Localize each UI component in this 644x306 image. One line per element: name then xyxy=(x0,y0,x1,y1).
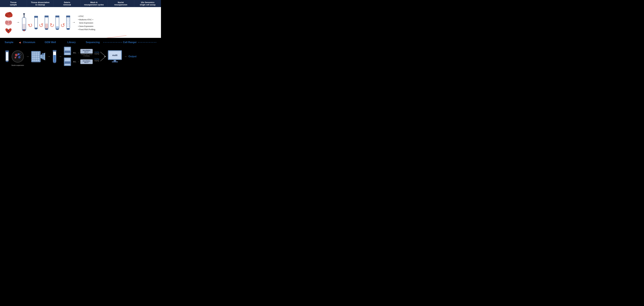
svg-point-67 xyxy=(6,59,7,59)
bcl-top-label: BCL xyxy=(73,52,77,54)
nuclei-suspension-label: Nuclei suspension xyxy=(11,64,25,66)
nuclei-circle-icon xyxy=(11,50,25,63)
demux-note: *mkfastq, BCL convertor bcl2fastq xyxy=(80,54,93,57)
svg-point-1 xyxy=(5,14,8,17)
monitor-icon: multi xyxy=(107,50,122,63)
pipeline-step-labels: Chromium GEM Well Library Sequencing Cel… xyxy=(18,41,156,44)
bcl-bottom-label: BCL xyxy=(73,61,77,63)
header-wash: Wash &resuspension cycles xyxy=(81,0,108,7)
fastq-bottom-bold: FASTQ xyxy=(94,58,99,60)
assay-list: • ATAC • Multiome ATAC + Gene Expression… xyxy=(76,15,95,31)
svg-point-61 xyxy=(6,56,7,57)
svg-rect-112 xyxy=(64,62,70,63)
tissue-col xyxy=(2,11,16,35)
svg-point-98 xyxy=(42,53,44,55)
svg-rect-21 xyxy=(45,23,48,29)
fastq-group: FASTQ FASTQ FASTQ FASTQ xyxy=(94,51,99,62)
svg-point-95 xyxy=(36,60,38,61)
svg-point-72 xyxy=(15,54,18,56)
svg-point-33 xyxy=(68,19,68,20)
svg-point-124 xyxy=(114,60,115,61)
header-bar: Tissuesample Tissue dissociation& cleanu… xyxy=(0,0,161,7)
svg-rect-7 xyxy=(8,30,8,32)
svg-point-81 xyxy=(32,54,34,56)
sequencers-group xyxy=(63,46,72,66)
svg-point-56 xyxy=(7,53,8,54)
curved-arrow-3: ↺ xyxy=(50,22,54,29)
svg-rect-19 xyxy=(44,15,48,17)
svg-point-36 xyxy=(68,21,68,22)
cell-ranger-label: Cell Ranger xyxy=(122,41,138,44)
assay-fixed-rna: • Fixed RNA Profiling xyxy=(78,28,95,31)
svg-point-45 xyxy=(68,26,68,26)
workflow-area: → ↺ xyxy=(0,7,161,38)
svg-point-65 xyxy=(7,57,8,58)
back-arrow-icon: ◀ xyxy=(19,41,21,44)
fastq-bottom-normal: FASTQ xyxy=(94,60,99,62)
curved-arrow-1: ↺ xyxy=(27,21,34,29)
brain-icon xyxy=(4,19,13,26)
svg-point-83 xyxy=(36,54,38,56)
bcl-bottom-row: BCL → demultiplexBCLs* xyxy=(73,59,93,64)
header-nuclei: Nucleiresuspension xyxy=(108,0,134,7)
curved-arrow-2: ↺ xyxy=(39,22,44,29)
bcl-top-row: BCL → demultiplexBCLs* *mkfastq, BCL con… xyxy=(73,49,93,57)
fastq-bottom: FASTQ FASTQ xyxy=(94,58,99,62)
nuclei-circle: Nuclei suspension xyxy=(11,50,25,63)
fastq-top: FASTQ FASTQ xyxy=(94,51,99,55)
assay-atac: • ATAC xyxy=(78,15,95,18)
header-debris-removal: Debrisremoval xyxy=(54,0,80,7)
svg-rect-102 xyxy=(53,50,56,52)
nuclei-tube-group xyxy=(65,14,71,32)
syringe-icon xyxy=(21,13,28,33)
svg-point-85 xyxy=(32,56,34,57)
svg-point-69 xyxy=(8,59,8,59)
svg-point-90 xyxy=(34,58,36,59)
flow-arrow-3: → xyxy=(58,55,62,58)
svg-point-93 xyxy=(32,60,34,61)
svg-rect-107 xyxy=(64,51,70,52)
flow-arrow-2: → xyxy=(47,55,51,58)
header-10x: 10x Genomicssingle cell assay xyxy=(134,0,161,7)
pipeline-flow: Nuclei suspension → xyxy=(5,46,156,66)
svg-point-52 xyxy=(6,53,7,53)
curved-arrow-4: ↺ xyxy=(60,22,65,29)
svg-point-6 xyxy=(9,20,12,24)
dashed-left xyxy=(103,42,122,42)
svg-point-77 xyxy=(32,52,34,54)
bottom-section: Sample ◀ Chromium GEM Well Library Seque… xyxy=(0,38,161,70)
top-container: Tissuesample Tissue dissociation& cleanu… xyxy=(0,0,161,70)
demux-top-box: demultiplexBCLs* xyxy=(80,49,93,54)
nuclei-tube-small-icon xyxy=(5,50,10,63)
svg-point-59 xyxy=(7,55,8,55)
svg-rect-123 xyxy=(112,61,118,62)
svg-point-54 xyxy=(8,53,8,53)
liver-icon xyxy=(4,11,13,19)
assay-multiome: • Multiome ATAC + Gene Expression xyxy=(78,18,95,25)
svg-point-35 xyxy=(67,22,68,22)
wash-tube-group xyxy=(54,14,60,32)
cell-ranger-container: Cell Ranger xyxy=(103,41,156,44)
sequencer-top-icon xyxy=(63,46,72,56)
svg-point-3 xyxy=(10,14,12,17)
svg-point-91 xyxy=(36,58,38,59)
svg-point-96 xyxy=(38,60,39,61)
svg-point-86 xyxy=(34,56,36,57)
svg-point-31 xyxy=(69,19,70,19)
svg-point-78 xyxy=(34,52,36,54)
bcl-bottom-arrow: → xyxy=(78,60,80,63)
output-label: Output xyxy=(128,55,136,58)
svg-rect-26 xyxy=(66,16,70,29)
svg-point-87 xyxy=(36,56,38,57)
dissociation-group: ↺ xyxy=(21,13,39,33)
svg-point-32 xyxy=(67,20,68,21)
debris-tube-icon xyxy=(44,14,50,32)
svg-point-89 xyxy=(32,58,34,59)
svg-point-66 xyxy=(8,58,8,58)
svg-point-38 xyxy=(67,23,68,24)
svg-point-28 xyxy=(66,28,70,30)
svg-point-40 xyxy=(69,23,70,24)
svg-point-84 xyxy=(38,54,39,56)
fastq-top-bold: FASTQ xyxy=(94,51,99,53)
svg-point-44 xyxy=(67,26,68,27)
